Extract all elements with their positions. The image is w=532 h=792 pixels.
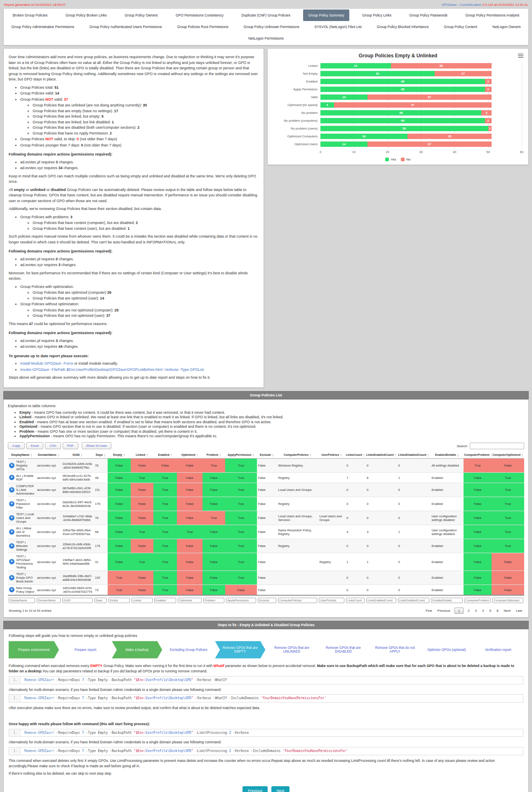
expand-row-button[interactable]: + — [9, 529, 14, 535]
column-header-applypermission[interactable]: ApplyPermission▲▼ — [225, 452, 257, 459]
expand-row-button[interactable]: + — [9, 487, 14, 493]
next-button[interactable]: Next — [271, 786, 290, 792]
column-header-computerproblem[interactable]: ComputerProblem▲▼ — [464, 452, 492, 459]
filter-computeroptimized[interactable] — [492, 598, 523, 603]
flag-cell: True — [225, 511, 257, 525]
filter-problem[interactable] — [203, 598, 224, 603]
page-4[interactable]: 4 — [481, 608, 485, 613]
tab-group-policy-summary[interactable]: Group Policy Summary — [303, 9, 349, 21]
filter-applypermission[interactable] — [226, 598, 256, 603]
step-make-a-backup[interactable]: Make a backup — [112, 641, 162, 658]
tab-gpo-permissions-consistency[interactable]: GPO Permissions Consistency — [171, 9, 228, 21]
filter-enabled[interactable] — [154, 598, 176, 603]
button-excel[interactable]: Excel — [26, 442, 44, 449]
filter-linked[interactable] — [132, 598, 153, 603]
column-header-computeroptimized[interactable]: ComputerOptimized▲▼ — [492, 452, 524, 459]
legend-item[interactable]: Yes — [385, 158, 396, 161]
step-remove-gpos-that-do-not-apply[interactable]: Remove GPOs that do not APPLY — [370, 641, 420, 658]
legend-item[interactable]: No — [401, 158, 410, 161]
expand-row-button[interactable]: + — [9, 515, 14, 521]
filter-linkscount[interactable] — [346, 598, 365, 603]
column-header-linked[interactable]: Linked▲▼ — [131, 452, 153, 459]
column-header-enableddetails[interactable]: EnabledDetails▲▼ — [430, 452, 464, 459]
filter-optimized[interactable] — [178, 598, 202, 603]
column-header-linkscount[interactable]: LinksCount▲▼ — [345, 452, 365, 459]
expand-row-button[interactable]: + — [9, 475, 14, 480]
tab-group-policy-passwords[interactable]: Group Policy Passwords — [404, 9, 452, 21]
search-input[interactable] — [470, 443, 524, 449]
expand-row-button[interactable]: + — [9, 463, 14, 468]
page-5[interactable]: 5 — [488, 608, 492, 613]
tab-group-policy-owners[interactable]: Group Policy Owners — [120, 9, 162, 21]
page-2[interactable]: 2 — [466, 608, 471, 613]
filter-exclude[interactable] — [258, 598, 276, 603]
filter-displayname[interactable] — [9, 598, 35, 603]
page-previous[interactable]: Previous — [436, 608, 452, 613]
expand-row-button[interactable]: + — [9, 543, 14, 549]
previous-button[interactable]: Previous — [242, 786, 268, 792]
tab-group-policy-links[interactable]: Group Policy Links — [357, 9, 396, 21]
step-verification-report[interactable]: Verification report — [473, 641, 523, 658]
filter-linksdisabledcount[interactable] — [398, 598, 430, 603]
step-remove-gpos-that-are-empty[interactable]: Remove GPOs that are EMPTY — [215, 641, 265, 658]
expand-row-button[interactable]: + — [9, 575, 14, 580]
button-pdf[interactable]: PDF — [63, 442, 78, 449]
tab-duplicate-cnf-group-policies[interactable]: Duplicate (CNF) Group Policies — [236, 9, 295, 21]
column-header-userpolicies[interactable]: UserPolicies▲▼ — [318, 452, 345, 459]
page-last[interactable]: Last — [515, 608, 523, 613]
tab-bar: Broken Group PoliciesGroup Policy Broken… — [3, 8, 529, 45]
tab-group-policy-broken-links[interactable]: Group Policy Broken Links — [61, 9, 112, 21]
column-header-problem[interactable]: Problem▲▼ — [202, 452, 225, 459]
column-header-linksenabledcount[interactable]: LinksEnabledCount▲▼ — [365, 452, 397, 459]
show-rows-button[interactable]: Show 10 rows — [82, 442, 111, 449]
tab-broken-group-policies[interactable]: Broken Group Policies — [8, 9, 53, 21]
tab-group-policy-authenticated-users-permissions[interactable]: Group Policy Authenticated Users Permiss… — [85, 21, 167, 33]
column-header-optimized[interactable]: Optimized▲▼ — [177, 452, 202, 459]
tab-sysvol-netlogon-files-list[interactable]: SYSVOL (NetLogon) Files List — [310, 21, 367, 33]
filter-userpolicies[interactable] — [319, 598, 344, 603]
tab-group-policy-administrative-permissions[interactable]: Group Policy Administrative Permissions — [6, 21, 79, 33]
filter-computerpolicies[interactable] — [278, 598, 318, 603]
step-remove-gpos-that-are-disabled[interactable]: Remove GPOs that are DISABLED — [318, 641, 369, 658]
step-prepare-environment[interactable]: Prepare environment — [9, 641, 59, 658]
page-1[interactable]: 1 — [454, 608, 464, 614]
button-copy[interactable]: Copy — [8, 442, 25, 449]
step-remove-gpos-that-are-unlinked[interactable]: Remove GPOs that are UNLINKED — [266, 641, 317, 658]
tab-group-policies-root-permissions[interactable]: Group Policies Root Permissions — [172, 21, 233, 33]
expand-row-button[interactable]: + — [9, 587, 14, 592]
column-header-computerpolicies[interactable]: ComputerPolicies▲▼ — [277, 452, 318, 459]
step-prepare-report[interactable]: Prepare report — [60, 641, 111, 658]
tab-netlogon-permissions[interactable]: NetLogon Permissions — [243, 33, 289, 44]
page-next[interactable]: Next — [502, 608, 511, 613]
page-first[interactable]: First — [424, 608, 433, 613]
column-header-enabled[interactable]: Enabled▲▼ — [153, 452, 177, 459]
expand-row-button[interactable]: + — [9, 501, 14, 507]
step-optimize-gpos-optional[interactable]: Optimize GPOs (optional) — [421, 641, 472, 658]
filter-domainname[interactable] — [37, 598, 61, 603]
tab-group-policy-blocked-inheritance[interactable]: Group Policy Blocked Inheritance — [372, 21, 434, 33]
column-header-days[interactable]: Days▲▼ — [94, 452, 108, 459]
column-header-domainname[interactable]: DomainName▲▼ — [36, 452, 61, 459]
filter-enableddetails[interactable] — [431, 598, 463, 603]
expand-row-button[interactable]: + — [9, 559, 14, 564]
column-header-empty[interactable]: Empty▲▼ — [108, 452, 130, 459]
tab-netlogon-owners[interactable]: NetLogon Owners — [487, 21, 526, 33]
tab-group-policy-permissions-analysis[interactable]: Group Policy Permissions Analysis — [460, 9, 524, 21]
tab-group-policy-unknown-permissions[interactable]: Group Policy Unknown Permissions — [239, 21, 304, 33]
column-header-guid[interactable]: GUID▲▼ — [61, 452, 94, 459]
column-header-displayname[interactable]: DisplayName▲▼ — [8, 452, 36, 459]
filter-guid[interactable] — [62, 598, 93, 603]
button-csv[interactable]: CSV — [45, 442, 61, 449]
filter-empty[interactable] — [108, 598, 129, 603]
column-header-linksdisabledcount[interactable]: LinksDisabledCount▲▼ — [397, 452, 431, 459]
page-3[interactable]: 3 — [474, 608, 478, 613]
domain-cell: ad.evotec.xyz — [36, 539, 61, 553]
step-excluding-group-policies[interactable]: Excluding Group Policies — [163, 641, 214, 658]
filter-days[interactable] — [94, 598, 107, 603]
filter-computerproblem[interactable] — [464, 598, 491, 603]
filter-linksenabledcount[interactable] — [366, 598, 396, 603]
tab-group-policy-content[interactable]: Group Policy Content — [439, 21, 482, 33]
page-6[interactable]: 6 — [495, 608, 499, 613]
hamburger-menu-icon[interactable] — [518, 53, 523, 59]
column-header-exclude[interactable]: Exclude▲▼ — [257, 452, 277, 459]
